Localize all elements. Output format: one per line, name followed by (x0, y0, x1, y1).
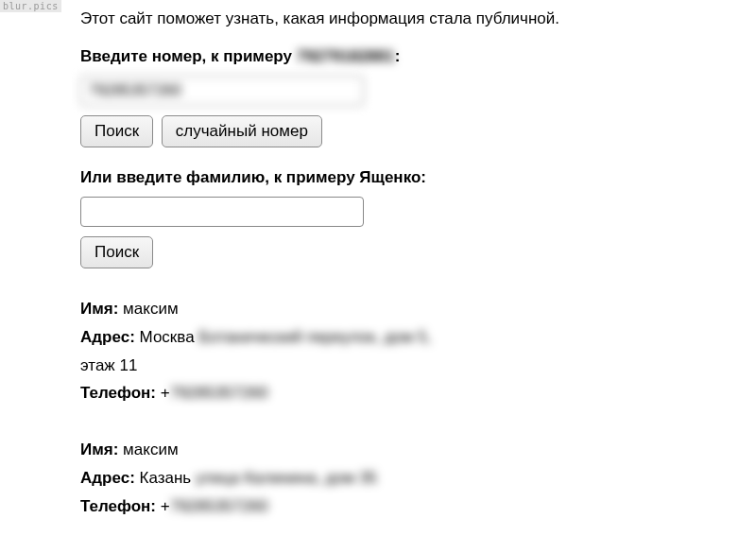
result-phone-rest: 79285357260 (170, 497, 268, 515)
phone-field-label: Телефон: (80, 384, 156, 402)
name-label: Или введите фамилию, к примеру Ященко: (80, 168, 728, 187)
watermark: blur.pics (0, 0, 61, 12)
name-field-label: Имя: (80, 441, 118, 458)
result-phone-prefix: + (161, 497, 170, 515)
result-address-row: Адрес: Казань улица Калинина, дом 35 (80, 464, 728, 493)
result-phone-row: Телефон: +79285357260 (80, 493, 728, 521)
result-phone-prefix: + (161, 384, 170, 402)
main-content: Этот сайт поможет узнать, какая информац… (0, 0, 756, 520)
result-phone-row: Телефон: +79285357260 (80, 379, 728, 407)
result-name-value: максим (123, 441, 178, 458)
phone-input[interactable] (80, 76, 364, 106)
result-address-rest: улица Калинина, дом 35 (196, 469, 377, 487)
phone-label: Введите номер, к примеру 79279182881: (80, 47, 728, 66)
phone-search-button[interactable]: Поиск (80, 115, 153, 147)
result-phone-rest: 79285357260 (170, 384, 268, 402)
random-number-button[interactable]: случайный номер (162, 115, 322, 147)
phone-field-label: Телефон: (80, 497, 156, 515)
result-address-rest: Ботанический переулок, дом 5, (198, 328, 431, 346)
intro-text: Этот сайт поможет узнать, какая информац… (80, 9, 728, 28)
result-name-row: Имя: максим (80, 295, 728, 323)
address-field-label: Адрес: (80, 469, 135, 487)
result-address-city: Москва (140, 328, 195, 346)
name-search-button[interactable]: Поиск (80, 236, 153, 268)
phone-label-prefix: Введите номер, к примеру (80, 47, 297, 65)
result-item: Имя: максим Адрес: Казань улица Калинина… (80, 436, 728, 520)
result-address-line2: этаж 11 (80, 352, 728, 380)
result-item: Имя: максим Адрес: Москва Ботанический п… (80, 295, 728, 407)
phone-label-suffix: : (395, 47, 401, 65)
result-address-row: Адрес: Москва Ботанический переулок, дом… (80, 323, 728, 352)
name-field-label: Имя: (80, 300, 118, 318)
phone-label-example: 79279182881 (297, 47, 395, 65)
result-name-value: максим (123, 300, 178, 318)
result-name-row: Имя: максим (80, 436, 728, 464)
address-field-label: Адрес: (80, 328, 135, 346)
result-address-city: Казань (140, 469, 192, 487)
phone-search-form: Введите номер, к примеру 79279182881: По… (80, 47, 728, 147)
name-search-form: Или введите фамилию, к примеру Ященко: П… (80, 168, 728, 268)
name-input[interactable] (80, 197, 364, 227)
results-list: Имя: максим Адрес: Москва Ботанический п… (80, 295, 728, 520)
